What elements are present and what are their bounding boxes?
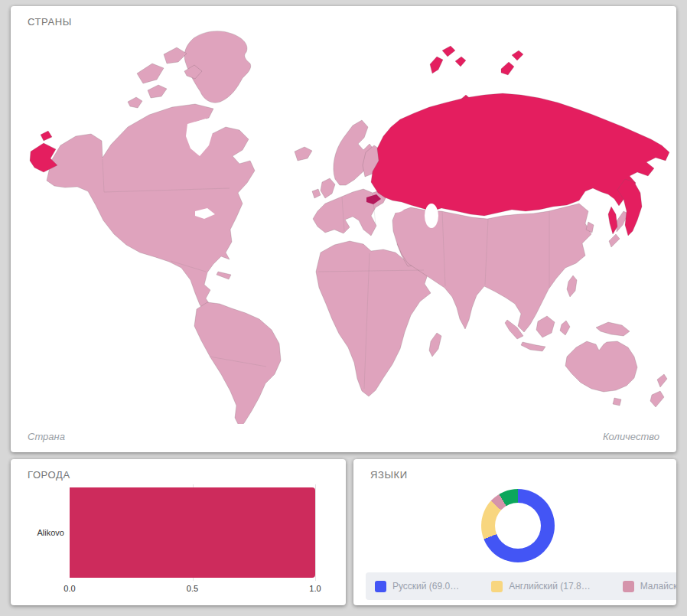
map-land-regions[interactable]	[47, 31, 667, 424]
cities-panel: ГОРОДА Alikovo 0.0 0.5 1.0	[11, 459, 346, 605]
x-axis-ticks: 0.0 0.5 1.0	[70, 584, 315, 596]
legend-item-russian[interactable]: Русский (69.0…	[375, 581, 459, 592]
gridline-10	[315, 484, 316, 581]
legend-item-malay[interactable]: Малайский (4.6…	[623, 581, 676, 592]
bar-category-label: Alikovo	[15, 487, 64, 578]
languages-panel-title: ЯЗЫКИ	[370, 469, 408, 481]
legend-label: Малайский (4.6…	[640, 581, 676, 592]
legend-item-english[interactable]: Английский (17.8…	[491, 581, 591, 592]
countries-panel-title: СТРАНЫ	[28, 16, 72, 28]
x-tick: 1.0	[309, 584, 321, 593]
languages-donut-chart[interactable]	[481, 489, 555, 562]
x-tick: 0.0	[63, 584, 75, 593]
map-value-axis-label: Количество	[603, 431, 659, 442]
world-map[interactable]	[13, 29, 674, 424]
legend-swatch	[375, 581, 386, 592]
bar-plot-area	[70, 487, 315, 578]
cities-panel-title: ГОРОДА	[28, 469, 70, 481]
legend-label: Русский (69.0…	[392, 581, 459, 592]
x-tick: 0.5	[187, 584, 198, 593]
dashboard: { "colors": { "page_bg": "#d7d7d7", "map…	[0, 0, 687, 616]
languages-legend: Русский (69.0… Английский (17.8… Малайск…	[366, 572, 676, 600]
legend-label: Английский (17.8…	[509, 581, 591, 592]
languages-panel: ЯЗЫКИ Русский (69.0… Английский (17.8… М…	[353, 459, 676, 605]
legend-swatch	[491, 581, 503, 592]
countries-panel: СТРАНЫ	[11, 6, 676, 452]
bar-alikovo[interactable]	[70, 487, 315, 578]
map-x-axis-label: Страна	[28, 431, 65, 442]
legend-swatch	[623, 581, 634, 592]
